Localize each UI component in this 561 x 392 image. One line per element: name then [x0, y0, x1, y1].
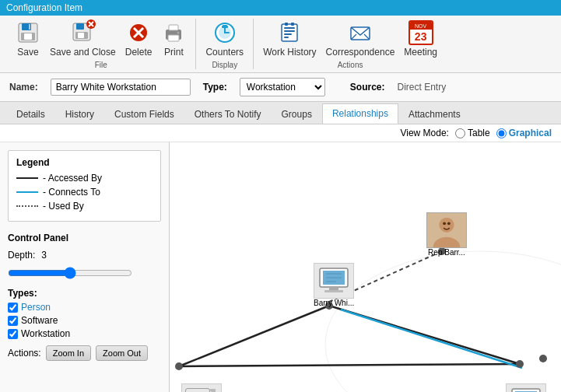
save-button[interactable]: Save [12, 19, 44, 59]
table-radio-label[interactable]: Table [455, 128, 490, 138]
blue-line [16, 191, 38, 193]
ribbon: Save Save and Close [0, 16, 561, 73]
svg-rect-6 [76, 23, 84, 30]
meeting-button[interactable]: NOV 23 Meeting [401, 19, 440, 59]
node-email-soft[interactable]: Email Soft... [181, 383, 223, 392]
type-label: Type: [203, 82, 227, 93]
rep-barr-label: Rep Barr... [428, 248, 465, 257]
name-bar: Name: Type: Workstation Person Software … [0, 73, 561, 102]
type-workstation-check[interactable]: Workstation [8, 328, 161, 339]
solid-line [16, 177, 38, 179]
legend-accessed-by: - Accessed By [16, 173, 153, 184]
svg-point-44 [539, 355, 547, 362]
delete-label: Delete [125, 47, 153, 58]
tab-history[interactable]: History [55, 104, 104, 124]
graphical-radio-label[interactable]: Graphical [496, 128, 552, 138]
svg-line-35 [179, 306, 329, 366]
file-group-label: File [95, 61, 107, 69]
name-input[interactable] [51, 79, 191, 96]
actions-section: Actions: Zoom In Zoom Out [8, 345, 161, 361]
graphical-radio[interactable] [496, 128, 507, 138]
rep-barr-img [426, 212, 467, 248]
actions-label: Actions: [8, 348, 41, 359]
print-button[interactable]: Print [158, 19, 189, 59]
control-panel: Control Panel Depth: 3 Types: Person Sof… [8, 229, 161, 361]
email-soft-img [181, 383, 222, 392]
svg-rect-8 [78, 33, 84, 38]
correspondence-label: Correspondence [326, 47, 395, 58]
print-label: Print [164, 47, 184, 58]
svg-rect-47 [329, 287, 338, 290]
zoom-out-button[interactable]: Zoom Out [96, 345, 148, 361]
svg-rect-4 [29, 24, 30, 30]
delete-icon [126, 20, 151, 45]
software-label: Software [21, 315, 58, 326]
node-barry-whi[interactable]: Barry Whi... [314, 263, 354, 307]
display-buttons: Counters [202, 19, 247, 59]
svg-point-34 [325, 251, 561, 392]
counters-button[interactable]: Counters [202, 19, 247, 59]
software-checkbox[interactable] [8, 316, 18, 326]
svg-line-37 [179, 364, 520, 366]
svg-rect-58 [186, 389, 209, 392]
actions-buttons: Work History Correspondence NOV [260, 19, 440, 59]
actions-group-label: Actions [338, 61, 363, 69]
left-panel: Legend - Accessed By - Connects To - Use… [0, 142, 170, 392]
view-mode-label: View Mode: [400, 128, 448, 138]
svg-rect-25 [284, 27, 295, 29]
type-person-check[interactable]: Person [8, 302, 161, 313]
view-mode-bar: View Mode: Table Graphical [0, 124, 561, 142]
person-checkbox[interactable] [8, 303, 18, 313]
correspondence-icon [348, 20, 373, 45]
legend-title: Legend [16, 157, 153, 168]
types-label: Types: [8, 288, 161, 299]
tab-relationships[interactable]: Relationships [322, 103, 398, 124]
used-by-label: - Used By [43, 201, 84, 212]
zoom-in-button[interactable]: Zoom In [46, 345, 91, 361]
depth-slider[interactable] [8, 267, 132, 279]
svg-line-40 [341, 310, 522, 368]
steve-joh-img [506, 383, 546, 392]
counters-label: Counters [205, 47, 244, 58]
workstation-checkbox[interactable] [8, 329, 18, 339]
node-steve-joh[interactable]: Steve Joh... [506, 383, 547, 392]
tab-others-to-notify[interactable]: Others To Notify [184, 104, 272, 124]
svg-rect-3 [24, 33, 32, 40]
name-label: Name: [9, 82, 38, 93]
svg-rect-26 [284, 30, 295, 32]
legend-box: Legend - Accessed By - Connects To - Use… [8, 150, 161, 222]
svg-rect-30 [291, 23, 294, 26]
svg-rect-24 [282, 24, 297, 41]
svg-point-18 [177, 32, 180, 34]
legend-used-by: - Used By [16, 201, 153, 212]
svg-point-53 [439, 218, 454, 233]
tab-groups[interactable]: Groups [272, 104, 322, 124]
depth-label: Depth: [8, 250, 35, 261]
cal-day: 23 [410, 30, 432, 44]
tab-custom-fields[interactable]: Custom Fields [104, 104, 184, 124]
tab-details[interactable]: Details [6, 104, 55, 124]
depth-value: 3 [41, 250, 47, 261]
type-software-check[interactable]: Software [8, 315, 161, 326]
tab-attachments[interactable]: Attachments [398, 104, 471, 124]
control-panel-title: Control Panel [8, 233, 161, 243]
types-section: Types: Person Software Workstation [8, 288, 161, 339]
tabs-bar: Details History Custom Fields Others To … [0, 102, 561, 124]
graph-svg [170, 142, 561, 392]
display-group-label: Display [212, 61, 237, 69]
source-value: Direct Entry [398, 82, 447, 93]
delete-button[interactable]: Delete [122, 19, 156, 59]
barry-whi-img [314, 263, 354, 299]
connects-to-label: - Connects To [43, 187, 100, 198]
save-close-button[interactable]: Save and Close [47, 19, 119, 59]
type-select-wrap: Workstation Person Software [240, 78, 325, 96]
print-icon [161, 20, 186, 45]
work-history-button[interactable]: Work History [260, 19, 319, 59]
save-icon [16, 20, 40, 45]
correspondence-button[interactable]: Correspondence [323, 19, 398, 59]
node-rep-barr[interactable]: Rep Barr... [426, 212, 467, 257]
table-radio[interactable] [455, 128, 465, 138]
accessed-by-label: - Accessed By [43, 173, 102, 184]
svg-rect-29 [285, 23, 288, 26]
type-select[interactable]: Workstation Person Software [240, 78, 325, 96]
